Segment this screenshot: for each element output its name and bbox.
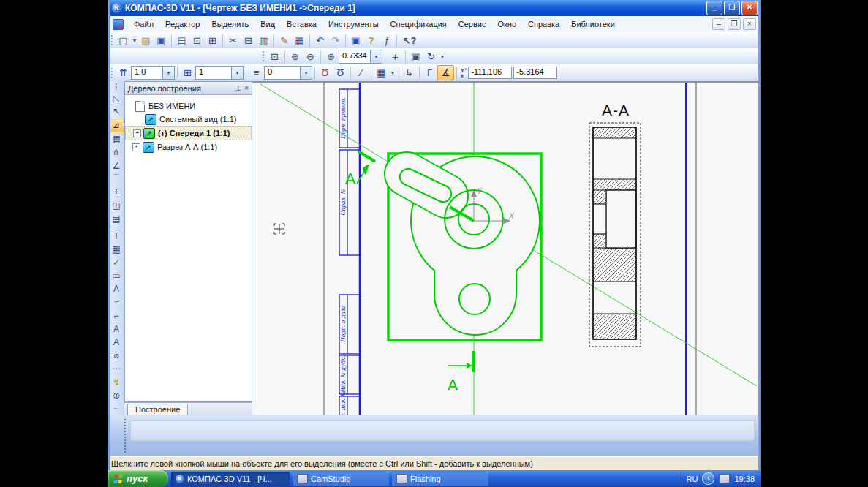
tool-text[interactable]: T: [109, 229, 124, 242]
chevron-down-icon[interactable]: ▾: [389, 66, 396, 80]
tool-snap-point[interactable]: ⊕: [109, 389, 124, 402]
redo-button[interactable]: ↷: [328, 34, 343, 48]
undo-button[interactable]: ↶: [312, 34, 328, 48]
copy-button[interactable]: ⊟: [241, 34, 256, 48]
tool-text-vertical[interactable]: A: [109, 322, 124, 336]
property-bar-field[interactable]: [130, 420, 755, 441]
current-view-combo[interactable]: 1 ▾: [195, 66, 244, 80]
chevron-down-icon[interactable]: ▾: [370, 50, 382, 63]
chevron-down-icon[interactable]: ▾: [231, 67, 243, 79]
zoom-level-combo[interactable]: 0.7334 ▾: [339, 50, 382, 64]
tool-pointer[interactable]: ↖: [109, 105, 124, 118]
language-indicator[interactable]: RU: [687, 475, 698, 483]
coordinate-x-field[interactable]: -111.106: [468, 67, 512, 79]
chevron-down-icon[interactable]: ▾: [162, 67, 174, 79]
tool-dimensions[interactable]: ±: [109, 186, 124, 199]
zoom-out-button[interactable]: ⊖: [303, 50, 318, 64]
close-icon[interactable]: ×: [244, 84, 249, 92]
views-list-icon[interactable]: ⊞: [180, 66, 195, 80]
tab-construction[interactable]: Построение: [127, 404, 188, 416]
mdi-restore-button[interactable]: ❐: [728, 18, 741, 30]
expander-plus-icon[interactable]: +: [132, 143, 140, 151]
section-mark-lower[interactable]: А: [448, 351, 474, 394]
drawing-canvas[interactable]: Перв. примен. Справ. № Подп. и дата Инв.…: [252, 81, 761, 415]
taskbar-task-kompas[interactable]: K КОМПАС-3D V11 - [Ч...: [171, 472, 290, 486]
tool-wave-line[interactable]: ∼: [109, 402, 124, 415]
taskbar-task-flashing[interactable]: Flashing: [392, 472, 488, 486]
zoom-frame-button[interactable]: ⊡: [267, 50, 282, 64]
tree-panel-header[interactable]: Дерево построения ⊥ ×: [125, 82, 252, 95]
open-button[interactable]: ▧: [138, 34, 154, 48]
tool-polyline[interactable]: Λ: [109, 282, 124, 295]
menu-editor[interactable]: Редактор: [159, 18, 205, 30]
help-topics-button[interactable]: ?: [363, 34, 379, 48]
tool-grid[interactable]: ▦: [109, 132, 124, 146]
hide-icons-chevron[interactable]: ‹: [702, 472, 714, 485]
tree-row-section-aa[interactable]: + ↗ Разрез А-А (1:1): [125, 140, 252, 154]
tree-item-label[interactable]: (т) Спереди 1 (1:1): [158, 129, 230, 137]
toolbar-drag-handle[interactable]: [262, 50, 265, 62]
tool-diameter[interactable]: ⌀: [109, 349, 124, 362]
cut-button[interactable]: ✂: [225, 34, 241, 48]
window-manager-button[interactable]: ▣: [348, 34, 363, 48]
tool-table[interactable]: ▦: [109, 243, 124, 256]
snap-magnet-icon[interactable]: Ω: [317, 66, 333, 80]
expander-plus-icon[interactable]: +: [133, 129, 141, 137]
tree-root-row[interactable]: БЕЗ ИМЕНИ: [125, 99, 252, 113]
new-dropdown-icon[interactable]: ▾: [131, 34, 138, 48]
clock[interactable]: 19:38: [734, 475, 755, 483]
menu-help[interactable]: Справка: [522, 18, 565, 30]
close-button[interactable]: ✕: [741, 1, 758, 15]
tool-views[interactable]: ◫: [109, 199, 124, 212]
save-button[interactable]: ▣: [154, 34, 169, 48]
tool-select-region[interactable]: ◺: [109, 91, 124, 105]
menu-specification[interactable]: Спецификация: [385, 18, 453, 30]
menu-tools[interactable]: Инструменты: [322, 18, 385, 30]
menu-window[interactable]: Окно: [491, 18, 522, 30]
local-cs-icon[interactable]: ↳: [401, 66, 417, 80]
tool-specification[interactable]: ▤: [109, 212, 124, 225]
taskbar-task-camstudio[interactable]: CamStudio: [293, 472, 389, 486]
tree-item-label[interactable]: Разрез А-А (1:1): [157, 143, 217, 151]
pan-button[interactable]: +: [388, 50, 403, 64]
grid-toggle-icon[interactable]: ▦: [374, 66, 389, 80]
menu-service[interactable]: Сервис: [453, 18, 492, 30]
print-button[interactable]: ▤: [174, 34, 189, 48]
zoom-level-value[interactable]: 0.7334: [339, 50, 370, 63]
mdi-close-button[interactable]: ×: [743, 18, 756, 30]
tool-check[interactable]: ✓: [109, 256, 124, 269]
snap-toggle-active-icon[interactable]: ∡: [437, 65, 454, 80]
menu-select[interactable]: Выделить: [205, 18, 254, 30]
panel-drag-handle[interactable]: [115, 83, 118, 90]
restore-button[interactable]: ❐: [724, 1, 740, 15]
copy-properties-button[interactable]: ✎: [276, 34, 292, 48]
rotate-button[interactable]: ▣: [408, 50, 423, 64]
new-document-button[interactable]: ▢: [116, 34, 131, 48]
tree-row-system-view[interactable]: ↗ Системный вид (1:1): [125, 113, 252, 126]
property-bar-drag-handle[interactable]: [124, 418, 127, 453]
insert-view-button[interactable]: ⊞: [205, 34, 220, 48]
paste-button[interactable]: ▥: [256, 34, 271, 48]
tree-item-label[interactable]: Системный вид (1:1): [159, 115, 236, 124]
snap-magnet-settings-icon[interactable]: Ω: [333, 66, 348, 80]
document-icon[interactable]: [113, 19, 124, 30]
toolbar-drag-handle[interactable]: [110, 34, 114, 46]
tree-row-front-view-selected[interactable]: + ↗ (т) Спереди 1 (1:1): [125, 126, 252, 140]
menu-file[interactable]: Файл: [128, 18, 159, 30]
tool-geometry-active[interactable]: ⊿: [108, 118, 124, 132]
tool-measure[interactable]: ⌒: [109, 173, 124, 186]
tool-frame[interactable]: ▭: [109, 269, 124, 282]
tool-parametrization[interactable]: ∠: [109, 159, 124, 173]
tool-edit[interactable]: ⋔: [109, 146, 124, 159]
ortho-mode-icon[interactable]: Г: [422, 66, 437, 80]
start-button[interactable]: пуск: [108, 470, 168, 487]
tool-axis-line[interactable]: ⋯: [109, 362, 124, 375]
title-bar[interactable]: K КОМПАС-3D V11 - [Чертеж БЕЗ ИМЕНИ1 ->С…: [108, 0, 761, 16]
tool-spline[interactable]: ≈: [109, 295, 124, 309]
tool-leader[interactable]: ⌐: [109, 309, 124, 322]
refresh-button[interactable]: ↻: [423, 50, 439, 64]
drawing-svg[interactable]: Перв. примен. Справ. № Подп. и дата Инв.…: [252, 83, 761, 415]
context-help-button[interactable]: ↖?: [399, 34, 420, 48]
properties-table-button[interactable]: ▦: [292, 34, 307, 48]
angle-snap-icon[interactable]: ∕: [353, 66, 369, 80]
